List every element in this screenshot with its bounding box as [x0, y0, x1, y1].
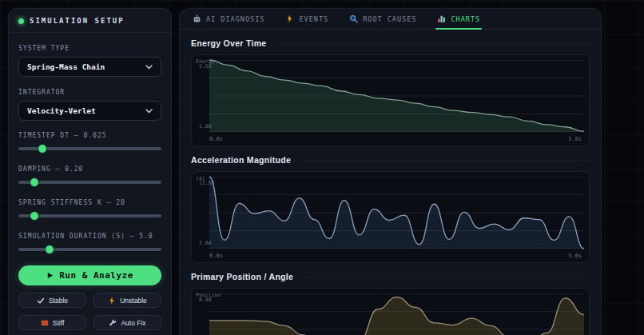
tab-root-causes[interactable]: ROOT CAUSES: [349, 9, 416, 29]
run-analyze-button[interactable]: Run & Analyze: [18, 265, 161, 285]
integrator-label: INTEGRATOR: [18, 89, 161, 96]
slider-track[interactable]: [18, 248, 161, 251]
tab-label: AI DIAGNOSIS: [206, 15, 264, 23]
tab-label: EVENTS: [299, 15, 328, 23]
position-chart: Position 0.98: [191, 288, 590, 335]
panel-title: SIMULATION SETUP: [30, 17, 125, 25]
plot-area: [209, 60, 584, 132]
magnifier-icon: [349, 14, 358, 23]
x-max-label: 5.0s: [568, 136, 582, 142]
slider-track[interactable]: [18, 214, 161, 217]
unstable-button[interactable]: Unstable: [93, 293, 161, 308]
charts-tab-content: Energy Over Time Energy 2.58 1.00 0.0s 5…: [180, 38, 601, 335]
tab-label: CHARTS: [451, 15, 480, 23]
simulation-setup-panel: SIMULATION SETUP SYSTEM TYPE Spring-Mass…: [8, 8, 172, 335]
auto-fix-label: Auto Fix: [121, 319, 145, 327]
timestep-label: TIMESTEP DT — 0.025: [18, 132, 161, 139]
x-max-label: 5.0s: [568, 253, 582, 259]
slider-thumb[interactable]: [30, 211, 39, 221]
plot-area: [209, 293, 584, 335]
slider-thumb[interactable]: [30, 177, 39, 187]
check-icon: [37, 297, 45, 305]
acceleration-chart: |a| 11.82 2.04 0.0s 5.0s: [191, 171, 590, 263]
bar-chart-icon: [437, 14, 446, 23]
damping-slider[interactable]: [18, 177, 161, 188]
plot-area: [209, 177, 584, 249]
lightning-icon: [285, 14, 294, 23]
x-min-label: 0.0s: [209, 136, 223, 142]
integrator-value: Velocity-Verlet: [27, 106, 96, 115]
unstable-label: Unstable: [120, 297, 147, 305]
system-type-label: SYSTEM TYPE: [18, 45, 161, 52]
slider-thumb[interactable]: [45, 245, 54, 254]
system-type-value: Spring-Mass Chain: [27, 62, 105, 71]
tab-events[interactable]: EVENTS: [285, 9, 328, 29]
energy-chart-title: Energy Over Time: [191, 38, 590, 48]
stiff-label: Stiff: [53, 319, 65, 327]
slider-thumb[interactable]: [38, 144, 47, 154]
auto-fix-button[interactable]: Auto Fix: [93, 315, 161, 330]
status-dot-icon: [18, 18, 24, 24]
chevron-down-icon: [145, 109, 153, 114]
tab-charts[interactable]: CHARTS: [437, 9, 480, 29]
robot-icon: [193, 14, 201, 23]
system-type-select[interactable]: Spring-Mass Chain: [18, 57, 161, 77]
panel-header: SIMULATION SETUP: [9, 9, 171, 33]
play-icon: [46, 272, 54, 279]
run-analyze-label: Run & Analyze: [59, 270, 133, 281]
stiff-button[interactable]: Stiff: [18, 315, 86, 330]
timestep-slider[interactable]: [18, 143, 161, 154]
analysis-panel: AI DIAGNOSIS EVENTS ROOT CAUSES CHARTS E…: [179, 8, 602, 335]
stiffness-label: SPRING STIFFNESS K — 20: [18, 199, 161, 206]
wrench-icon: [109, 319, 117, 327]
tab-bar: AI DIAGNOSIS EVENTS ROOT CAUSES CHARTS: [180, 9, 601, 30]
slider-track[interactable]: [18, 181, 161, 184]
integrator-select[interactable]: Velocity-Verlet: [18, 101, 161, 121]
position-chart-title: Primary Position / Angle: [191, 272, 590, 281]
stable-button[interactable]: Stable: [18, 293, 86, 308]
duration-label: SIMULATION DURATION (S) — 5.0: [18, 233, 161, 240]
tab-ai-diagnosis[interactable]: AI DIAGNOSIS: [193, 9, 264, 29]
stable-label: Stable: [49, 297, 68, 305]
acceleration-chart-title: Acceleration Magnitude: [191, 155, 590, 165]
energy-chart: Energy 2.58 1.00 0.0s 5.0s: [191, 54, 590, 146]
chevron-down-icon: [145, 65, 153, 70]
stiffness-slider[interactable]: [18, 210, 161, 221]
app-root: { "colors": { "accent": "#4ce083", "warn…: [0, 0, 644, 335]
duration-slider[interactable]: [18, 244, 161, 255]
brick-icon: [41, 319, 49, 327]
status-button-grid: Stable Unstable Stiff Auto Fix: [18, 293, 161, 330]
lightning-icon: [108, 297, 116, 305]
tab-label: ROOT CAUSES: [363, 15, 416, 23]
x-min-label: 0.0s: [209, 253, 223, 259]
damping-label: DAMPING — 0.20: [18, 166, 161, 173]
